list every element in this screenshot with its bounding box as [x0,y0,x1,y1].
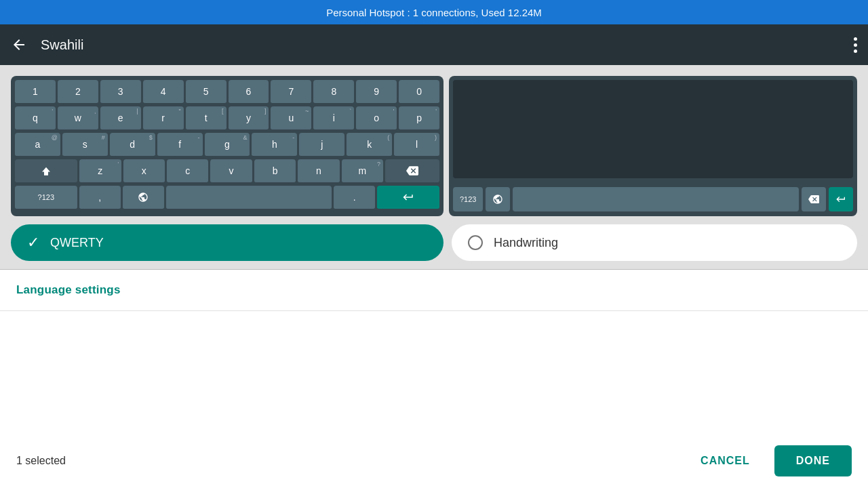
selected-count: 1 selected [16,455,66,467]
dot-icon [854,37,857,41]
action-buttons: CANCEL DONE [687,445,852,476]
layout-options: ✓ QWERTY Handwriting [0,216,868,269]
key-d[interactable]: d$ [110,133,155,157]
key-2[interactable]: 2 [58,80,98,104]
key-s[interactable]: s# [62,133,108,157]
key-7[interactable]: 7 [271,80,311,104]
key-r[interactable]: r" [143,106,184,131]
right-enter-key[interactable] [829,187,853,211]
dot-key[interactable]: . [334,186,375,210]
done-button[interactable]: DONE [774,445,852,476]
key-t[interactable]: t[ [186,106,226,131]
keyboard-right-bottom-row: ?123 [449,182,857,216]
key-q[interactable]: qˈ [15,106,56,131]
zxcv-row: zˈ x c v b n m? [15,159,439,184]
right-backspace-key[interactable] [802,187,826,211]
keyboard-section: 1 2 3 4 5 6 7 8 9 0 qˈ wˌ e| r" t[ y] u~… [0,65,868,216]
key-y[interactable]: y] [229,106,269,131]
key-9[interactable]: 9 [356,80,397,104]
back-button[interactable] [11,37,27,53]
language-settings-title: Language settings [16,283,121,296]
key-6[interactable]: 6 [229,80,269,104]
key-4[interactable]: 4 [143,80,184,104]
dot-icon [854,43,857,47]
key-z[interactable]: zˈ [79,159,121,184]
asdf-row: a@ s# d$ f- g& h- j k( l) [15,133,439,157]
language-settings-section: Language settings [0,270,868,310]
keyboard-panel-left: 1 2 3 4 5 6 7 8 9 0 qˈ wˌ e| r" t[ y] u~… [11,76,443,216]
shift-key[interactable] [15,159,77,184]
space-key[interactable] [166,186,332,210]
key-j[interactable]: j [299,133,344,157]
key-i[interactable]: i` [313,106,354,131]
qwerty-option[interactable]: ✓ QWERTY [11,224,443,261]
radio-button-handwriting[interactable] [468,235,483,250]
bottom-row: ?123 , . [15,186,439,210]
key-0[interactable]: 0 [399,80,439,104]
more-options-button[interactable] [854,37,857,53]
key-o[interactable]: o' [356,106,397,131]
key-1[interactable]: 1 [15,80,56,104]
key-f[interactable]: f- [157,133,203,157]
keyboard-panel-right: ?123 [449,76,857,216]
key-a[interactable]: a@ [15,133,60,157]
spacer [0,311,868,434]
app-bar: Swahili [0,24,868,65]
key-g[interactable]: g& [205,133,250,157]
key-u[interactable]: u~ [271,106,311,131]
key-8[interactable]: 8 [313,80,354,104]
key-p[interactable]: p' [399,106,439,131]
key-e[interactable]: e| [100,106,141,131]
key-n[interactable]: n [298,159,339,184]
action-bar: 1 selected CANCEL DONE [0,434,868,488]
check-icon: ✓ [27,234,39,251]
key-l[interactable]: l) [394,133,439,157]
qwerty-label: QWERTY [50,236,104,250]
key-3[interactable]: 3 [100,80,141,104]
key-5[interactable]: 5 [186,80,226,104]
status-bar-text: Personal Hotspot : 1 connections, Used 1… [326,7,542,18]
right-sym-key[interactable]: ?123 [453,187,483,211]
number-row: 1 2 3 4 5 6 7 8 9 0 [15,80,439,104]
dot-icon [854,49,857,53]
comma-key[interactable]: , [79,186,121,210]
handwriting-option[interactable]: Handwriting [452,224,857,261]
main-content: 1 2 3 4 5 6 7 8 9 0 qˈ wˌ e| r" t[ y] u~… [0,65,868,488]
status-bar: Personal Hotspot : 1 connections, Used 1… [0,0,868,24]
key-k[interactable]: k( [347,133,392,157]
handwriting-label: Handwriting [494,236,558,250]
backspace-key[interactable] [385,159,439,184]
key-v[interactable]: v [210,159,252,184]
page-title: Swahili [41,37,854,53]
enter-key[interactable] [377,186,439,210]
key-b[interactable]: b [254,159,296,184]
key-m[interactable]: m? [342,159,383,184]
qwerty-row: qˈ wˌ e| r" t[ y] u~ i` o' p' [15,106,439,131]
cancel-button[interactable]: CANCEL [687,447,764,475]
right-globe-key[interactable] [486,187,510,211]
key-x[interactable]: x [123,159,165,184]
sym-key[interactable]: ?123 [15,186,77,210]
right-space-key[interactable] [513,187,799,211]
key-h[interactable]: h- [252,133,297,157]
key-w[interactable]: wˌ [58,106,98,131]
globe-key[interactable] [123,186,164,210]
key-c[interactable]: c [167,159,208,184]
